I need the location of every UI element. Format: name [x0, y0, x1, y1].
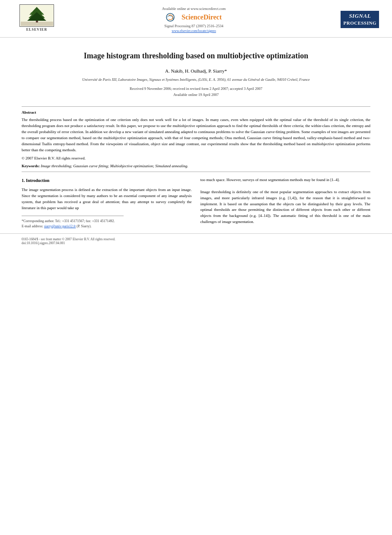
elsevier-tree-svg [21, 5, 53, 26]
footnote-email-line: E-mail address: siarry@univ-paris12.fr (… [22, 224, 192, 229]
keywords-label: Keywords: [22, 164, 40, 168]
header-right: SIGNAL PROCESSING [323, 11, 379, 28]
header: ELSEVIER Available online at www.science… [0, 0, 392, 38]
page-footer: 0165-1684/$ - see front matter © 2007 El… [0, 233, 392, 248]
col-right-p1: too much space. However, surveys of most… [201, 177, 371, 183]
journal-url[interactable]: www.elsevier.com/locate/sigpro [65, 29, 323, 33]
footnote-email-suffix: (P. Siarry). [76, 224, 91, 228]
sd-text-science: Science [182, 13, 204, 21]
title-section: Image histogram thresholding based on mu… [22, 42, 370, 103]
title-divider [22, 106, 370, 107]
header-center: Available online at www.sciencedirect.co… [65, 6, 323, 33]
elsevier-tree-image [19, 4, 54, 27]
col-right-p1-text: too much space. However, surveys of most… [201, 178, 340, 182]
available-online-text: Available online at www.sciencedirect.co… [65, 6, 323, 11]
processing-text: PROCESSING [343, 20, 376, 26]
footnote-email-label: E-mail address: [22, 224, 43, 228]
elsevier-logo-container: ELSEVIER [13, 4, 65, 35]
abstract-heading: Abstract [22, 110, 370, 115]
sd-text-direct: Direct [204, 13, 222, 21]
column-left: 1. Introduction The image segmentation p… [22, 177, 192, 229]
col-right-p2-text: Image thresholding is definitely one of … [201, 190, 371, 224]
elsevier-logo: ELSEVIER [13, 4, 61, 35]
authors: A. Nakib, H. Oulhadj, P. Siarry* [30, 68, 362, 73]
journal-info: Signal Processing 87 (2007) 2516–2534 [65, 24, 323, 28]
abstract-section: Abstract The thresholding process based … [22, 110, 370, 160]
footnote-corresponding: *Corresponding author. Tel.: +331 451715… [22, 219, 192, 224]
footer-issn: 0165-1684/$ - see front matter © 2007 El… [22, 237, 370, 241]
signal-text: SIGNAL [343, 13, 376, 20]
sd-logo-icon [166, 13, 180, 22]
footer-doi: doi:10.1016/j.sigpro.2007.04.001 [22, 241, 370, 245]
main-content: Image histogram thresholding based on mu… [0, 38, 392, 233]
svg-point-6 [31, 12, 32, 14]
affiliation: Université de Paris XII, Laboratoire Ima… [30, 77, 362, 83]
column-right: too much space. However, surveys of most… [201, 177, 371, 229]
svg-point-7 [41, 13, 43, 15]
abstract-divider [22, 172, 370, 172]
elsevier-label: ELSEVIER [26, 28, 47, 32]
paper-title: Image histogram thresholding based on mu… [30, 51, 362, 61]
page: ELSEVIER Available online at www.science… [0, 0, 392, 535]
abstract-text: The thresholding process based on the op… [22, 117, 370, 153]
svg-point-9 [42, 16, 44, 17]
footnote-divider [22, 216, 124, 216]
sciencedirect-logo: ScienceDirect [65, 13, 323, 22]
footnote: *Corresponding author. Tel.: +331 451715… [22, 219, 192, 229]
received-date: Received 9 November 2006; received in re… [30, 86, 362, 92]
section1-heading: 1. Introduction [22, 177, 192, 184]
keywords-text: Image thresholding; Gaussian curve fitti… [41, 164, 188, 168]
svg-point-8 [29, 17, 31, 18]
signal-processing-logo: SIGNAL PROCESSING [341, 11, 379, 28]
sciencedirect-text: ScienceDirect [182, 13, 222, 21]
col-left-paragraph: The image segmentation process is define… [22, 187, 192, 211]
footnote-email-link[interactable]: siarry@univ-paris12.fr [44, 224, 76, 228]
available-date: Available online 19 April 2007 [30, 92, 362, 98]
keywords-line: Keywords: Image thresholding; Gaussian c… [22, 164, 370, 168]
copyright: © 2007 Elsevier B.V. All rights reserved… [22, 156, 370, 160]
abstract-body: The thresholding process based on the op… [22, 118, 370, 152]
two-column-section: 1. Introduction The image segmentation p… [22, 177, 370, 229]
col-right-p2: Image thresholding is definitely one of … [201, 189, 371, 226]
